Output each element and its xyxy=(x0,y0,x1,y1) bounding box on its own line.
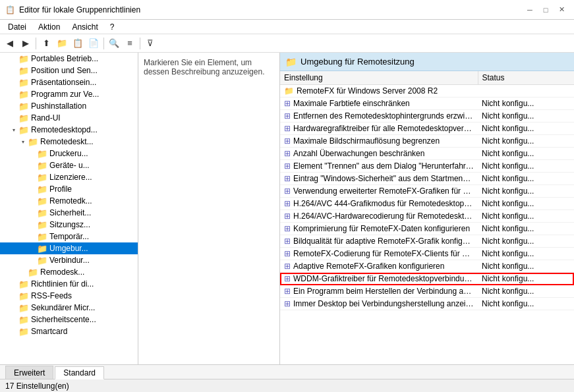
menu-item-?[interactable]: ? xyxy=(105,21,120,33)
table-row[interactable]: ⊞Eintrag "Windows-Sicherheit" aus dem St… xyxy=(280,173,574,185)
table-row[interactable]: ⊞Entfernen des Remotedesktophintergrunds… xyxy=(280,110,574,123)
expand-icon[interactable]: ▾ xyxy=(9,127,18,133)
title-bar-controls: ─ □ ✕ xyxy=(523,3,569,17)
setting-status-cell: Nicht konfigu... xyxy=(478,198,574,210)
table-row[interactable]: ⊞Hardwaregrafiktreiber für alle Remotede… xyxy=(280,123,574,135)
menu-item-datei[interactable]: Datei xyxy=(3,21,32,33)
tree-item-verbindur[interactable]: 📁Verbindur... xyxy=(0,254,138,266)
tab-erweitert[interactable]: Erweitert xyxy=(5,366,53,379)
tree-item-pushinstallation[interactable]: 📁Pushinstallation xyxy=(0,100,138,112)
tree-item-profile[interactable]: 📁Profile xyxy=(0,183,138,195)
setting-status-cell: Nicht konfigu... xyxy=(478,148,574,160)
tree-item-lizenzieren[interactable]: 📁Lizenziere... xyxy=(0,171,138,183)
tree-item-sicherheit[interactable]: 📁Sicherheit... xyxy=(0,207,138,219)
tree-label: Pushinstallation xyxy=(31,101,86,111)
setting-status-cell: Nicht konfigu... xyxy=(478,135,574,148)
tree-item-sicherheitsct[interactable]: 📁Sicherheitscente... xyxy=(0,314,138,325)
tree-item-temporaer[interactable]: 📁Temporär... xyxy=(0,231,138,242)
menu-item-aktion[interactable]: Aktion xyxy=(33,21,65,33)
tree-label: Lizenziere... xyxy=(49,173,92,182)
folder-icon: 📁 xyxy=(28,137,38,147)
table-row[interactable]: ⊞Verwendung erweiterter RemoteFX-Grafike… xyxy=(280,185,574,198)
setting-name-text: Maximale Farbtiefe einschränken xyxy=(293,99,410,108)
tree-item-rss[interactable]: 📁RSS-Feeds xyxy=(0,290,138,302)
tree-item-remoted3[interactable]: 📁Remotedk... xyxy=(0,195,138,207)
expand-icon[interactable]: ▾ xyxy=(18,139,28,145)
tree-pane[interactable]: 📁Portables Betrieb...📁Position und Sen..… xyxy=(0,53,138,364)
tree-item-umgebur[interactable]: 📁Umgebur... xyxy=(0,242,138,254)
minimize-button[interactable]: ─ xyxy=(523,3,537,17)
folder-icon: 📁 xyxy=(18,90,29,99)
setting-icon: ⊞ xyxy=(284,149,291,158)
table-row[interactable]: ⊞Maximale Bildschirmauflösung begrenzenN… xyxy=(280,135,574,148)
setting-name-cell: ⊞Entfernen des Remotedesktophintergrunds… xyxy=(280,110,478,123)
tree-item-remotedesktop[interactable]: ▾📁Remotedesktopd... xyxy=(0,124,138,136)
col-einstellung[interactable]: Einstellung xyxy=(280,71,478,85)
table-row[interactable]: ⊞Ein Programm beim Herstellen der Verbin… xyxy=(280,285,574,298)
folder-button[interactable]: 📁 xyxy=(55,36,69,51)
setting-name-cell: ⊞H.264/AVC 444-Grafikmodus für Remotedes… xyxy=(280,198,478,210)
setting-name-cell: ⊞Immer Desktop bei Verbindungsherstellun… xyxy=(280,298,478,310)
col-status[interactable]: Status xyxy=(478,71,574,85)
tree-label: RSS-Feeds xyxy=(31,291,72,300)
tree-item-geraete[interactable]: 📁Geräte- u... xyxy=(0,159,138,171)
folder-icon: 📁 xyxy=(18,279,29,289)
tree-item-sitzungsz[interactable]: 📁Sitzungsz... xyxy=(0,219,138,231)
maximize-button[interactable]: □ xyxy=(538,3,553,17)
close-button[interactable]: ✕ xyxy=(554,3,569,17)
table-row[interactable]: ⊞Adaptive RemoteFX-Grafiken konfiguriere… xyxy=(280,260,574,273)
table-row[interactable]: ⊞Komprimierung für RemoteFX-Daten konfig… xyxy=(280,223,574,235)
setting-name-text: Element "Trennen" aus dem Dialog "Herunt… xyxy=(293,161,474,171)
tree-item-rand[interactable]: 📁Rand-UI xyxy=(0,112,138,124)
toolbar-sep-3 xyxy=(140,38,140,49)
up-button[interactable]: ⬆ xyxy=(39,36,53,51)
settings-table-container[interactable]: Einstellung Status 📁RemoteFX für Windows… xyxy=(280,71,574,364)
forward-button[interactable]: ▶ xyxy=(18,36,33,51)
app-title: Editor für lokale Gruppenrichtlinien xyxy=(19,5,140,14)
tree-item-smartcard[interactable]: 📁Smartcard xyxy=(0,325,138,337)
setting-name-cell: ⊞Komprimierung für RemoteFX-Daten konfig… xyxy=(280,223,478,235)
tree-label: Remotedesktopd... xyxy=(31,125,98,134)
menu-item-ansicht[interactable]: Ansicht xyxy=(67,21,103,33)
tree-item-sekundaer[interactable]: 📁Sekundärer Micr... xyxy=(0,302,138,314)
tabs-bar: ErweitertStandard xyxy=(0,364,574,379)
setting-status-cell: Nicht konfigu... xyxy=(478,123,574,135)
setting-status-cell: Nicht konfigu... xyxy=(478,273,574,285)
tree-item-praesentation[interactable]: 📁Präsentationsein... xyxy=(0,76,138,88)
table-row[interactable]: ⊞WDDM-Grafiktreiber für Remotedesktopver… xyxy=(280,273,574,285)
list-button[interactable]: ≡ xyxy=(123,36,137,51)
tree-label: Sekundärer Micr... xyxy=(31,303,95,312)
table-row[interactable]: ⊞RemoteFX-Codierung für RemoteFX-Clients… xyxy=(280,248,574,260)
setting-name-cell: ⊞Verwendung erweiterter RemoteFX-Grafike… xyxy=(280,185,478,198)
tree-item-remotedeskt2[interactable]: ▾📁Remotedeskt... xyxy=(0,136,138,148)
table-row[interactable]: 📁RemoteFX für Windows Server 2008 R2 xyxy=(280,85,574,98)
table-row[interactable]: ⊞Anzahl Überwachungen beschränkenNicht k… xyxy=(280,148,574,160)
tree-item-druckeru[interactable]: 📁Druckeru... xyxy=(0,148,138,159)
setting-status-cell: Nicht konfigu... xyxy=(478,248,574,260)
setting-status-cell: Nicht konfigu... xyxy=(478,235,574,248)
copy-button[interactable]: 📋 xyxy=(71,36,85,51)
right-pane: 📁 Umgebung für Remotesitzung Einstellung… xyxy=(280,53,574,364)
tree-item-remodesk4[interactable]: 📁Remodesk... xyxy=(0,266,138,278)
table-row[interactable]: ⊞Maximale Farbtiefe einschränkenNicht ko… xyxy=(280,98,574,110)
table-row[interactable]: ⊞Immer Desktop bei Verbindungsherstellun… xyxy=(280,298,574,310)
filter-button[interactable]: ⊽ xyxy=(143,36,158,51)
setting-icon: ⊞ xyxy=(284,224,291,233)
table-row[interactable]: ⊞H.264/AVC 444-Grafikmodus für Remotedes… xyxy=(280,198,574,210)
tree-item-portables[interactable]: 📁Portables Betrieb... xyxy=(0,53,138,65)
tree-item-programm[interactable]: 📁Programm zur Ve... xyxy=(0,88,138,100)
table-row[interactable]: ⊞H.264/AVC-Hardwarecodierung für Remoted… xyxy=(280,210,574,223)
tree-item-position[interactable]: 📁Position und Sen... xyxy=(0,65,138,76)
table-row[interactable]: ⊞Element "Trennen" aus dem Dialog "Herun… xyxy=(280,160,574,173)
folder-icon: 📁 xyxy=(37,161,47,171)
tab-standard[interactable]: Standard xyxy=(55,366,104,379)
setting-status-cell xyxy=(478,85,574,98)
search-button[interactable]: 🔍 xyxy=(107,36,121,51)
table-row[interactable]: ⊞Bildqualität für adaptive RemoteFX-Graf… xyxy=(280,235,574,248)
setting-name-text: Bildqualität für adaptive RemoteFX-Grafi… xyxy=(293,237,474,246)
back-button[interactable]: ◀ xyxy=(3,36,17,51)
description-text: Markieren Sie ein Element, um dessen Bes… xyxy=(144,58,264,76)
paste-button[interactable]: 📄 xyxy=(86,36,101,51)
tree-label: Präsentationsein... xyxy=(31,78,96,87)
tree-item-richtlinien[interactable]: 📁Richtlinien für di... xyxy=(0,278,138,290)
